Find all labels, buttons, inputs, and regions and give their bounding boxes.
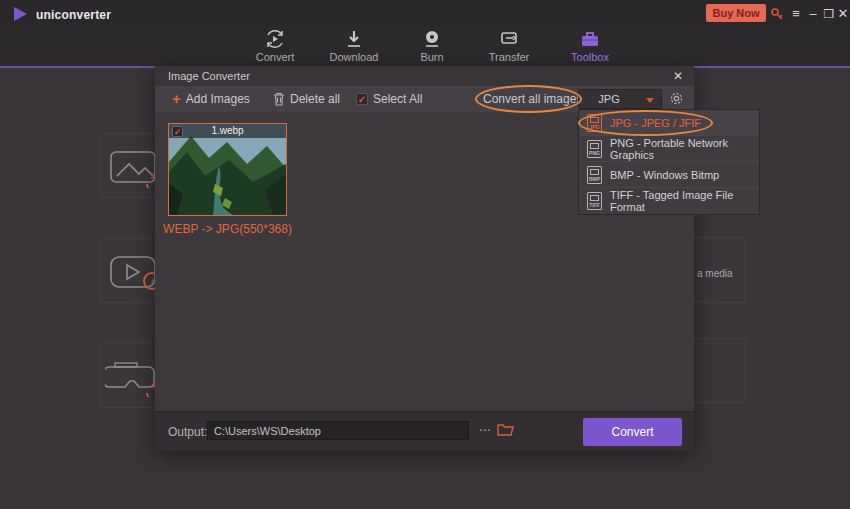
dialog-close-icon[interactable]: ✕ xyxy=(670,68,686,84)
tab-download[interactable]: Download xyxy=(319,28,389,66)
dropdown-item-png[interactable]: PNG PNG - Portable Network Graphics xyxy=(579,136,759,162)
convert-icon xyxy=(264,28,286,50)
output-label: Output: xyxy=(168,425,207,439)
register-key-icon[interactable] xyxy=(768,6,786,22)
menu-icon[interactable]: ≡ xyxy=(788,6,804,22)
main-nav: Convert Download Burn Transfer xyxy=(0,28,850,66)
dropdown-item-jpg-label: JPG - JPEG / JFIF xyxy=(610,117,701,129)
open-folder-icon[interactable] xyxy=(497,422,514,440)
tab-transfer[interactable]: Transfer xyxy=(474,28,544,66)
app-logo-icon xyxy=(14,7,27,21)
title-bar: uniconverter Buy Now ≡ – ❒ ✕ xyxy=(0,0,850,28)
trash-icon xyxy=(273,92,285,106)
tab-convert[interactable]: Convert xyxy=(240,28,310,66)
settings-gear-icon[interactable] xyxy=(669,91,684,110)
dropdown-item-bmp[interactable]: BMP BMP - Windows Bitmp xyxy=(579,162,759,188)
browse-dots-button[interactable]: ⋯ xyxy=(475,421,495,440)
dropdown-item-tiff[interactable]: TIFF TIFF - Tagged Image File Format xyxy=(579,188,759,214)
minimize-icon[interactable]: – xyxy=(806,6,820,22)
tab-toolbox-label: Toolbox xyxy=(555,51,625,63)
toolbox-icon xyxy=(579,28,601,50)
conversion-caption: WEBP -> JPG(550*368) xyxy=(155,222,300,236)
tab-burn[interactable]: Burn xyxy=(397,28,467,66)
format-dropdown-menu: JPG JPG - JPEG / JFIF PNG PNG - Portable… xyxy=(578,109,760,215)
dropdown-item-tiff-label: TIFF - Tagged Image File Format xyxy=(610,189,759,213)
chevron-down-icon xyxy=(646,98,654,103)
thumbnail-checkbox[interactable]: ✓ xyxy=(172,126,183,137)
app-title: uniconverter xyxy=(36,8,111,22)
thumbnail-filename: 1.webp xyxy=(169,124,286,138)
tiff-file-icon: TIFF xyxy=(587,192,602,210)
transfer-icon xyxy=(498,28,520,50)
dialog-title-bar: Image Converter ✕ xyxy=(155,66,694,86)
dialog-title: Image Converter xyxy=(168,70,250,82)
maximize-icon[interactable]: ❒ xyxy=(822,6,836,22)
select-all-checkbox[interactable]: ✓ Select All xyxy=(356,92,422,106)
tab-transfer-label: Transfer xyxy=(474,51,544,63)
image-thumbnail[interactable]: 1.webp ✓ xyxy=(168,123,287,216)
delete-all-label: Delete all xyxy=(290,92,340,106)
tab-convert-label: Convert xyxy=(240,51,310,63)
buy-now-button[interactable]: Buy Now xyxy=(706,4,766,22)
add-images-button[interactable]: + Add Images xyxy=(172,92,250,106)
dialog-bottom-bar: Output: ⋯ Convert xyxy=(155,411,694,451)
close-window-icon[interactable]: ✕ xyxy=(836,6,850,22)
jpg-file-icon: JPG xyxy=(587,114,602,132)
png-file-icon: PNG xyxy=(587,140,602,158)
plus-icon: + xyxy=(172,92,181,106)
convert-button[interactable]: Convert xyxy=(583,418,682,446)
checkbox-icon: ✓ xyxy=(356,93,368,105)
format-select-value: JPG xyxy=(579,93,639,105)
uniconverter-window: uniconverter Buy Now ≡ – ❒ ✕ Convert Dow… xyxy=(0,0,850,509)
tab-toolbox[interactable]: Toolbox xyxy=(555,28,625,66)
dropdown-item-jpg[interactable]: JPG JPG - JPEG / JFIF xyxy=(579,110,759,136)
format-select[interactable]: JPG xyxy=(578,89,662,109)
svg-text:i: i xyxy=(150,275,153,287)
output-path-input[interactable] xyxy=(207,421,469,440)
select-all-label: Select All xyxy=(373,92,422,106)
dropdown-item-bmp-label: BMP - Windows Bitmp xyxy=(610,169,719,181)
tab-download-label: Download xyxy=(319,51,389,63)
tab-burn-label: Burn xyxy=(397,51,467,63)
bg-card-text: a media xyxy=(697,268,733,279)
dropdown-item-png-label: PNG - Portable Network Graphics xyxy=(610,137,759,161)
bmp-file-icon: BMP xyxy=(587,166,602,184)
delete-all-button[interactable]: Delete all xyxy=(273,92,340,106)
burn-icon xyxy=(421,28,443,50)
download-icon xyxy=(343,28,365,50)
add-images-label: Add Images xyxy=(186,92,250,106)
